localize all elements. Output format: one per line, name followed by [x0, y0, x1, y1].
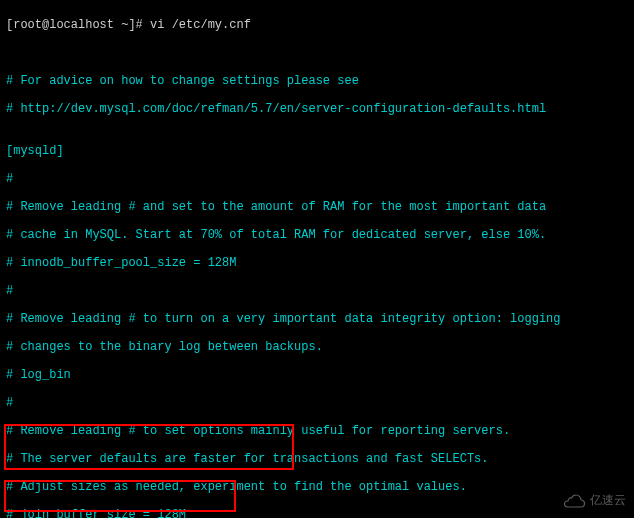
watermark-text: 亿速云: [590, 493, 626, 507]
watermark: 亿速云: [562, 492, 626, 508]
config-comment: # http://dev.mysql.com/doc/refman/5.7/en…: [6, 102, 628, 116]
config-comment: # Adjust sizes as needed, experiment to …: [6, 480, 628, 494]
config-comment: # Remove leading # to turn on a very imp…: [6, 312, 628, 326]
config-comment: # cache in MySQL. Start at 70% of total …: [6, 228, 628, 242]
shell-prompt: [root@localhost ~]# vi /etc/my.cnf: [6, 18, 628, 32]
config-comment: #: [6, 396, 628, 410]
terminal-output[interactable]: [root@localhost ~]# vi /etc/my.cnf # For…: [6, 4, 628, 518]
config-comment: # changes to the binary log between back…: [6, 340, 628, 354]
config-comment: #: [6, 284, 628, 298]
config-comment: # log_bin: [6, 368, 628, 382]
cloud-icon: [562, 492, 586, 508]
config-section-mysqld: [mysqld]: [6, 144, 628, 158]
config-comment: #: [6, 172, 628, 186]
config-comment: # innodb_buffer_pool_size = 128M: [6, 256, 628, 270]
config-comment: # Remove leading # to set options mainly…: [6, 424, 628, 438]
config-comment: # For advice on how to change settings p…: [6, 74, 628, 88]
config-comment: # Remove leading # and set to the amount…: [6, 200, 628, 214]
config-comment: # join_buffer_size = 128M: [6, 508, 628, 518]
config-comment: # The server defaults are faster for tra…: [6, 452, 628, 466]
